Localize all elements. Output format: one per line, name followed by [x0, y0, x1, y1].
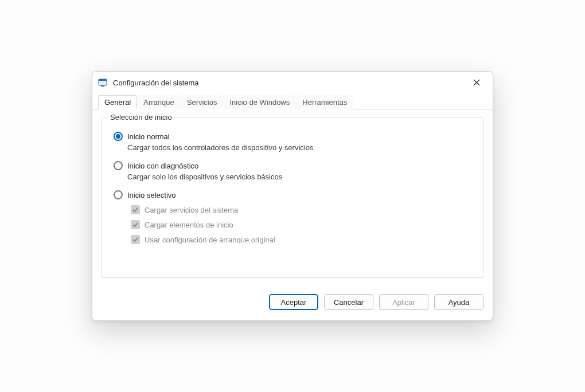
radio-icon: [114, 132, 123, 141]
system-config-window: Configuración del sistema General Arranq…: [92, 71, 493, 321]
svg-rect-2: [101, 85, 104, 87]
apply-button: Aplicar: [379, 294, 428, 310]
close-button[interactable]: [465, 74, 488, 91]
window-title: Configuración del sistema: [113, 79, 465, 87]
tab-general[interactable]: General: [98, 95, 137, 109]
tab-servicios[interactable]: Servicios: [181, 95, 224, 109]
radio-inicio-selectivo[interactable]: Inicio selectivo: [114, 190, 473, 199]
checkbox-icon: [131, 220, 140, 229]
radio-label: Inicio normal: [127, 132, 170, 141]
option-desc: Cargar solo los dispositivos y servicios…: [127, 173, 473, 181]
cancel-button[interactable]: Cancelar: [324, 294, 373, 310]
check-cargar-servicios: Cargar servicios del sistema: [131, 205, 473, 214]
radio-label: Inicio con diagnóstico: [127, 162, 198, 170]
radio-inicio-normal[interactable]: Inicio normal: [114, 132, 473, 141]
titlebar: Configuración del sistema: [92, 72, 493, 93]
msconfig-icon: [98, 77, 108, 88]
tab-inicio-windows[interactable]: Inicio de Windows: [223, 95, 296, 109]
dialog-footer: Aceptar Cancelar Aplicar Ayuda: [92, 286, 493, 320]
ok-button[interactable]: Aceptar: [269, 294, 318, 310]
option-diagnostico: Inicio con diagnóstico Cargar solo los d…: [114, 161, 473, 181]
tab-bar: General Arranque Servicios Inicio de Win…: [92, 93, 493, 109]
tab-arranque[interactable]: Arranque: [137, 95, 180, 109]
radio-icon: [114, 190, 123, 199]
group-legend: Selección de inicio: [108, 113, 174, 121]
tab-content: Selección de inicio Inicio normal Cargar…: [92, 109, 493, 286]
radio-inicio-diagnostico[interactable]: Inicio con diagnóstico: [114, 161, 473, 170]
check-cargar-inicio: Cargar elementos de inicio: [131, 220, 473, 229]
svg-rect-1: [99, 79, 107, 81]
option-selectivo: Inicio selectivo Cargar servicios del si…: [114, 190, 473, 244]
radio-label: Inicio selectivo: [127, 191, 176, 199]
check-label: Cargar servicios del sistema: [145, 206, 238, 214]
close-icon: [473, 79, 480, 86]
selective-checklist: Cargar servicios del sistema Cargar elem…: [131, 205, 473, 244]
option-desc: Cargar todos los controladores de dispos…: [127, 143, 473, 152]
checkbox-icon: [131, 205, 140, 214]
check-label: Usar configuración de arranque original: [145, 236, 275, 244]
check-arranque-original: Usar configuración de arranque original: [131, 235, 473, 244]
check-label: Cargar elementos de inicio: [145, 221, 233, 229]
help-button[interactable]: Ayuda: [434, 294, 483, 310]
startup-selection-group: Selección de inicio Inicio normal Cargar…: [102, 117, 483, 278]
radio-icon: [114, 161, 123, 170]
tab-herramientas[interactable]: Herramientas: [296, 95, 353, 109]
option-normal: Inicio normal Cargar todos los controlad…: [114, 132, 473, 152]
checkbox-icon: [131, 235, 140, 244]
